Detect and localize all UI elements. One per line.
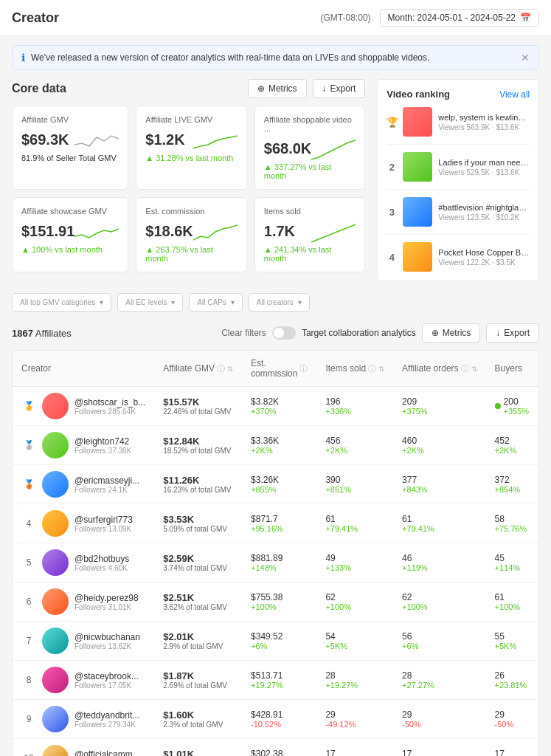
gmv-cell: $2.51K 3.62% of total GMV <box>154 583 242 622</box>
date-range-picker[interactable]: Month: 2024-05-01 - 2024-05-22 📅 <box>380 9 539 27</box>
caps-filter[interactable]: All CAPs ▾ <box>189 293 242 312</box>
col-affiliate-gmv: Affiliate GMV ⓘ ⇅ <box>154 351 242 387</box>
buyers-cell: 29 -50% <box>486 700 538 739</box>
core-data-header: Core data ⊕ Metrics ↓ Export <box>12 79 365 98</box>
metric-cards-grid: Affiliate GMV $69.3K 81.9% of Seller Tot… <box>12 106 365 272</box>
commission-value: $428.91 <box>251 709 308 720</box>
items-value: 54 <box>325 631 384 642</box>
metric-change: ▲ 263.75% vs last month <box>145 245 238 263</box>
orders-pct: +843% <box>402 485 477 494</box>
video-thumbnail <box>403 152 432 182</box>
creator-info: @leighton742 Followers 37.38K <box>74 436 131 455</box>
commission-value: $871.7 <box>251 514 308 524</box>
collaboration-toggle[interactable] <box>272 326 296 340</box>
gmv-pct: 22.46% of total GMV <box>163 408 233 416</box>
creator-info: @teddyandbrit... Followers 279.34K <box>74 710 139 729</box>
buyers-pct: +854% <box>495 485 521 494</box>
table-row: 🥇 @shotscar_is_b... Followers 285.64K $1… <box>13 387 539 426</box>
metric-change: ▲ 241.34% vs last month <box>264 245 356 263</box>
buyers-cell: 26 +23.81% <box>486 661 538 700</box>
info-icon[interactable]: ⓘ <box>299 363 308 374</box>
commission-cell: $302.38 +115% <box>242 739 316 757</box>
rank-number: 🥉 <box>21 479 36 489</box>
commission-value: $881.89 <box>251 553 308 563</box>
commission-cell: $428.91 -10.52% <box>242 700 316 739</box>
gmv-categories-filter[interactable]: All top GMV categories ▾ <box>12 293 111 312</box>
affiliates-actions: Clear filters Target collaboration analy… <box>221 323 539 343</box>
sort-icon[interactable]: ⇅ <box>227 365 233 373</box>
items-value: 61 <box>325 514 384 524</box>
creators-filter[interactable]: All creators ▾ <box>249 293 310 312</box>
affiliates-metrics-button[interactable]: ⊕ Metrics <box>422 323 481 343</box>
creator-cell: 🥈 @leighton742 Followers 37.38K <box>13 426 154 465</box>
creator-cell: 10 @officialcamm Followers 88.31K <box>13 739 154 757</box>
buyers-cell: 55 +5K% <box>486 622 538 661</box>
buyers-value: 372 <box>495 475 521 485</box>
orders-value: 377 <box>402 475 477 485</box>
view-all-link[interactable]: View all <box>499 89 530 100</box>
video-rank: 3 <box>387 207 397 218</box>
clear-filters-link[interactable]: Clear filters <box>221 328 266 338</box>
ec-levels-filter[interactable]: All EC levels ▾ <box>117 293 183 312</box>
commission-value: $3.82K <box>251 396 308 407</box>
info-icon[interactable]: ⓘ <box>368 363 376 374</box>
creator-cell: 🥇 @shotscar_is_b... Followers 285.64K <box>13 387 154 426</box>
commission-cell: $3.36K +2K% <box>242 426 316 465</box>
creator-cell: 5 @bd2hotbuys Followers 4.60K <box>13 543 154 583</box>
items-value: 390 <box>325 475 384 485</box>
col-buyers: Buyers <box>486 351 538 387</box>
metric-value: $1.2K <box>145 131 184 148</box>
main-content: Core data ⊕ Metrics ↓ Export Affiliate G… <box>0 79 551 756</box>
commission-cell: $3.82K +370% <box>242 387 316 426</box>
avatar <box>42 471 69 498</box>
buyers-value: 200 <box>504 396 530 407</box>
gmv-value: $12.84K <box>163 436 233 447</box>
close-icon[interactable]: ✕ <box>521 52 530 63</box>
buyers-pct: +2K% <box>495 446 517 455</box>
items-cell: 17 +143% <box>316 739 393 757</box>
follower-count: Followers 17.05K <box>74 681 139 690</box>
creator-cell: 🥉 @ericmasseyji... Followers 24.1K <box>13 465 154 504</box>
orders-cell: 209 +375% <box>393 387 485 426</box>
items-cell: 196 +336% <box>316 387 393 426</box>
affiliates-header: 1867 Affiliates Clear filters Target col… <box>12 323 539 343</box>
core-data-section: Core data ⊕ Metrics ↓ Export Affiliate G… <box>12 79 365 281</box>
metrics-button[interactable]: ⊕ Metrics <box>248 79 307 98</box>
buyers-value: 17 <box>495 749 521 756</box>
creator-cell: 9 @teddyandbrit... Followers 279.34K <box>13 700 154 739</box>
orders-cell: 17 +143% <box>393 739 485 757</box>
export-icon: ↓ <box>322 83 327 94</box>
core-data-title: Core data <box>12 82 66 95</box>
buyers-value: 452 <box>495 436 517 446</box>
avatar <box>42 667 69 693</box>
affiliates-export-button[interactable]: ↓ Export <box>486 323 539 343</box>
video-ranking-title: Video ranking <box>387 89 450 100</box>
commission-value: $302.38 <box>251 749 308 756</box>
video-stats: Viewers 563.9K · $13.6K <box>438 123 530 131</box>
items-value: 456 <box>325 436 384 446</box>
orders-pct: +119% <box>402 563 477 572</box>
affiliates-table-container: Creator Affiliate GMV ⓘ ⇅ Est.commission… <box>12 350 539 756</box>
commission-cell: $871.7 +95.16% <box>242 504 316 543</box>
sort-icon[interactable]: ⇅ <box>378 365 384 373</box>
buyers-pct: +100% <box>495 602 521 611</box>
buyers-pct: +5K% <box>495 642 517 650</box>
follower-count: Followers 31.01K <box>74 603 139 611</box>
video-info: #battlevision #nightglass... Viewers 123… <box>438 203 530 221</box>
follower-count: Followers 13.62K <box>74 642 140 650</box>
export-button[interactable]: ↓ Export <box>313 79 366 98</box>
info-icon[interactable]: ⓘ <box>461 363 469 374</box>
items-pct: +100% <box>325 602 384 611</box>
gmv-pct: 18.52% of total GMV <box>163 447 233 455</box>
creator-name: @teddyandbrit... <box>74 710 139 721</box>
orders-value: 17 <box>402 749 477 756</box>
sort-icon[interactable]: ⇅ <box>471 365 477 373</box>
rank-number: 7 <box>21 636 36 646</box>
video-title: Ladies if your man needs ... <box>438 158 530 167</box>
creator-name: @officialcamm <box>74 749 133 757</box>
info-icon[interactable]: ⓘ <box>217 363 225 374</box>
buyers-pct: -50% <box>495 720 514 729</box>
commission-pct: +100% <box>251 602 308 611</box>
commission-cell: $349.52 +6% <box>242 622 316 661</box>
gmv-cell: $3.53K 5.09% of total GMV <box>154 504 242 543</box>
